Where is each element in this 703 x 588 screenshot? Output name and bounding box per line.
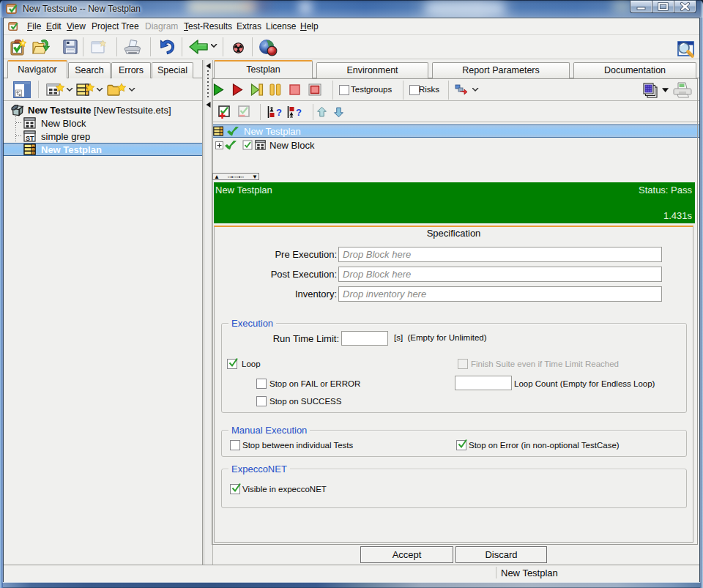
svg-text:?: ? [296, 107, 302, 118]
svg-text:ST: ST [26, 134, 34, 141]
svg-text:?: ? [276, 107, 282, 118]
